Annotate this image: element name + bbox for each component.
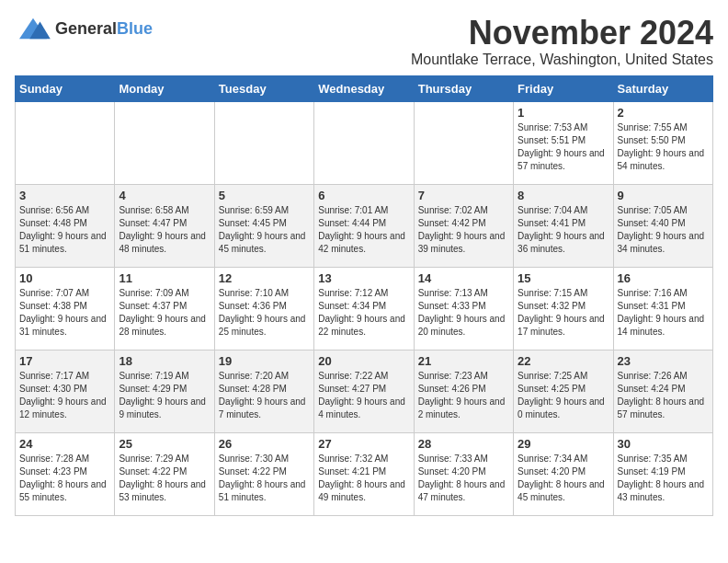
cell-content: Sunrise: 6:58 AM Sunset: 4:47 PM Dayligh…	[119, 204, 210, 256]
calendar-cell: 16Sunrise: 7:16 AM Sunset: 4:31 PM Dayli…	[613, 267, 712, 350]
day-number: 23	[618, 354, 709, 368]
cell-content: Sunrise: 7:32 AM Sunset: 4:21 PM Dayligh…	[318, 453, 409, 504]
day-number: 2	[618, 106, 709, 120]
cell-content: Sunrise: 7:13 AM Sunset: 4:33 PM Dayligh…	[418, 287, 509, 339]
cell-content: Sunrise: 7:25 AM Sunset: 4:25 PM Dayligh…	[518, 370, 609, 421]
header-cell-saturday: Saturday	[613, 75, 712, 101]
day-number: 25	[119, 437, 210, 451]
week-row-3: 17Sunrise: 7:17 AM Sunset: 4:30 PM Dayli…	[16, 350, 713, 432]
header-row: SundayMondayTuesdayWednesdayThursdayFrid…	[16, 75, 713, 101]
header-cell-monday: Monday	[115, 75, 214, 101]
day-number: 9	[618, 189, 709, 202]
cell-content: Sunrise: 7:26 AM Sunset: 4:24 PM Dayligh…	[618, 370, 709, 421]
day-number: 27	[318, 437, 409, 451]
calendar-cell: 19Sunrise: 7:20 AM Sunset: 4:28 PM Dayli…	[214, 350, 313, 432]
day-number: 19	[219, 354, 310, 368]
calendar-cell	[314, 101, 414, 184]
cell-content: Sunrise: 7:30 AM Sunset: 4:22 PM Dayligh…	[219, 453, 310, 504]
calendar-cell: 12Sunrise: 7:10 AM Sunset: 4:36 PM Dayli…	[214, 267, 313, 350]
title-section: November 2024 Mountlake Terrace, Washing…	[411, 15, 713, 68]
cell-content: Sunrise: 7:22 AM Sunset: 4:27 PM Dayligh…	[318, 370, 409, 421]
header-cell-wednesday: Wednesday	[314, 75, 414, 101]
cell-content: Sunrise: 7:02 AM Sunset: 4:42 PM Dayligh…	[418, 204, 509, 256]
logo-text-blue: Blue	[117, 19, 153, 38]
logo-icon	[15, 15, 51, 42]
logo: GeneralBlue	[15, 15, 153, 42]
day-number: 21	[418, 354, 509, 368]
location-title: Mountlake Terrace, Washington, United St…	[411, 52, 713, 68]
day-number: 10	[19, 271, 110, 285]
day-number: 22	[518, 354, 609, 368]
calendar-cell	[115, 101, 214, 184]
day-number: 24	[19, 437, 110, 451]
calendar-cell: 3Sunrise: 6:56 AM Sunset: 4:48 PM Daylig…	[16, 184, 115, 267]
day-number: 7	[418, 189, 509, 202]
calendar-cell: 28Sunrise: 7:33 AM Sunset: 4:20 PM Dayli…	[414, 432, 513, 515]
calendar-cell: 23Sunrise: 7:26 AM Sunset: 4:24 PM Dayli…	[613, 350, 712, 432]
day-number: 13	[318, 271, 409, 285]
day-number: 14	[418, 271, 509, 285]
calendar-cell: 14Sunrise: 7:13 AM Sunset: 4:33 PM Dayli…	[414, 267, 513, 350]
calendar-cell: 27Sunrise: 7:32 AM Sunset: 4:21 PM Dayli…	[314, 432, 414, 515]
calendar-cell: 11Sunrise: 7:09 AM Sunset: 4:37 PM Dayli…	[115, 267, 214, 350]
cell-content: Sunrise: 7:53 AM Sunset: 5:51 PM Dayligh…	[518, 121, 609, 173]
calendar-cell: 25Sunrise: 7:29 AM Sunset: 4:22 PM Dayli…	[115, 432, 214, 515]
calendar-cell: 5Sunrise: 6:59 AM Sunset: 4:45 PM Daylig…	[214, 184, 313, 267]
day-number: 16	[618, 271, 709, 285]
day-number: 12	[219, 271, 310, 285]
calendar-cell: 18Sunrise: 7:19 AM Sunset: 4:29 PM Dayli…	[115, 350, 214, 432]
calendar-cell: 21Sunrise: 7:23 AM Sunset: 4:26 PM Dayli…	[414, 350, 513, 432]
cell-content: Sunrise: 7:04 AM Sunset: 4:41 PM Dayligh…	[518, 204, 609, 256]
calendar-cell: 26Sunrise: 7:30 AM Sunset: 4:22 PM Dayli…	[214, 432, 313, 515]
cell-content: Sunrise: 6:56 AM Sunset: 4:48 PM Dayligh…	[19, 204, 110, 256]
cell-content: Sunrise: 7:16 AM Sunset: 4:31 PM Dayligh…	[618, 287, 709, 339]
cell-content: Sunrise: 7:28 AM Sunset: 4:23 PM Dayligh…	[19, 453, 110, 504]
calendar-cell: 7Sunrise: 7:02 AM Sunset: 4:42 PM Daylig…	[414, 184, 513, 267]
day-number: 17	[19, 354, 110, 368]
calendar-cell: 4Sunrise: 6:58 AM Sunset: 4:47 PM Daylig…	[115, 184, 214, 267]
calendar-cell: 30Sunrise: 7:35 AM Sunset: 4:19 PM Dayli…	[613, 432, 712, 515]
day-number: 29	[518, 437, 609, 451]
day-number: 11	[119, 271, 210, 285]
calendar-cell: 17Sunrise: 7:17 AM Sunset: 4:30 PM Dayli…	[16, 350, 115, 432]
cell-content: Sunrise: 7:15 AM Sunset: 4:32 PM Dayligh…	[518, 287, 609, 339]
header: GeneralBlue November 2024 Mountlake Terr…	[15, 15, 713, 68]
calendar-cell: 20Sunrise: 7:22 AM Sunset: 4:27 PM Dayli…	[314, 350, 414, 432]
day-number: 28	[418, 437, 509, 451]
header-cell-tuesday: Tuesday	[214, 75, 313, 101]
calendar-cell: 15Sunrise: 7:15 AM Sunset: 4:32 PM Dayli…	[514, 267, 613, 350]
cell-content: Sunrise: 7:35 AM Sunset: 4:19 PM Dayligh…	[618, 453, 709, 504]
header-cell-sunday: Sunday	[16, 75, 115, 101]
day-number: 1	[518, 106, 609, 120]
header-cell-thursday: Thursday	[414, 75, 513, 101]
cell-content: Sunrise: 7:19 AM Sunset: 4:29 PM Dayligh…	[119, 370, 210, 421]
cell-content: Sunrise: 7:17 AM Sunset: 4:30 PM Dayligh…	[19, 370, 110, 421]
cell-content: Sunrise: 7:10 AM Sunset: 4:36 PM Dayligh…	[219, 287, 310, 339]
month-title: November 2024	[411, 15, 713, 52]
day-number: 30	[618, 437, 709, 451]
week-row-4: 24Sunrise: 7:28 AM Sunset: 4:23 PM Dayli…	[16, 432, 713, 515]
day-number: 18	[119, 354, 210, 368]
cell-content: Sunrise: 7:34 AM Sunset: 4:20 PM Dayligh…	[518, 453, 609, 504]
calendar-table: SundayMondayTuesdayWednesdayThursdayFrid…	[15, 75, 713, 516]
week-row-2: 10Sunrise: 7:07 AM Sunset: 4:38 PM Dayli…	[16, 267, 713, 350]
day-number: 6	[318, 189, 409, 202]
day-number: 4	[119, 189, 210, 202]
calendar-cell	[414, 101, 513, 184]
day-number: 5	[219, 189, 310, 202]
cell-content: Sunrise: 7:09 AM Sunset: 4:37 PM Dayligh…	[119, 287, 210, 339]
cell-content: Sunrise: 7:55 AM Sunset: 5:50 PM Dayligh…	[618, 121, 709, 173]
cell-content: Sunrise: 7:01 AM Sunset: 4:44 PM Dayligh…	[318, 204, 409, 256]
calendar-cell: 10Sunrise: 7:07 AM Sunset: 4:38 PM Dayli…	[16, 267, 115, 350]
calendar-cell: 13Sunrise: 7:12 AM Sunset: 4:34 PM Dayli…	[314, 267, 414, 350]
calendar-cell: 29Sunrise: 7:34 AM Sunset: 4:20 PM Dayli…	[514, 432, 613, 515]
calendar-cell: 22Sunrise: 7:25 AM Sunset: 4:25 PM Dayli…	[514, 350, 613, 432]
calendar-cell	[214, 101, 313, 184]
cell-content: Sunrise: 7:12 AM Sunset: 4:34 PM Dayligh…	[318, 287, 409, 339]
calendar-cell: 24Sunrise: 7:28 AM Sunset: 4:23 PM Dayli…	[16, 432, 115, 515]
week-row-0: 1Sunrise: 7:53 AM Sunset: 5:51 PM Daylig…	[16, 101, 713, 184]
day-number: 15	[518, 271, 609, 285]
cell-content: Sunrise: 7:33 AM Sunset: 4:20 PM Dayligh…	[418, 453, 509, 504]
calendar-cell: 8Sunrise: 7:04 AM Sunset: 4:41 PM Daylig…	[514, 184, 613, 267]
calendar-cell: 9Sunrise: 7:05 AM Sunset: 4:40 PM Daylig…	[613, 184, 712, 267]
